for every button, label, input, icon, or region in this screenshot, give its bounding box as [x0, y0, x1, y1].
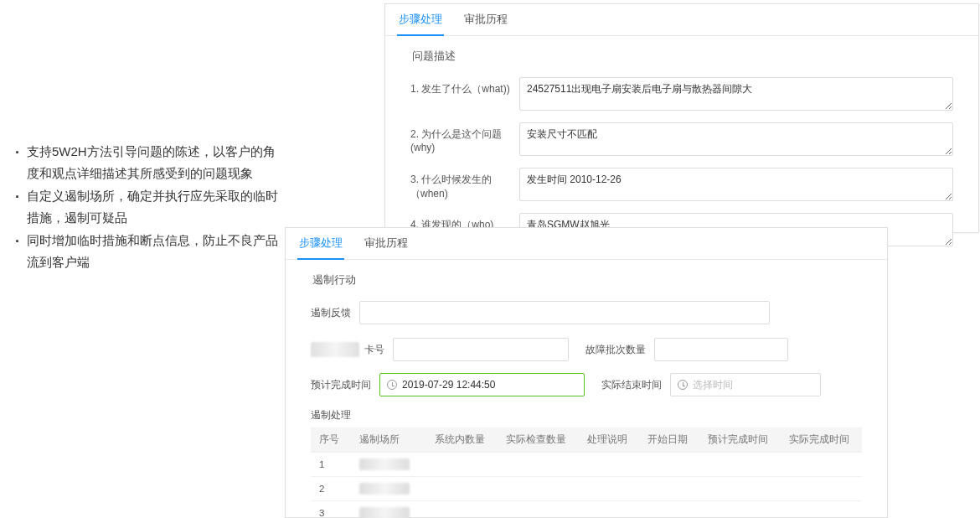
cell-no: 2	[311, 477, 351, 501]
col-real: 实际完成时间	[781, 427, 862, 453]
problem-description-panel: 步骤处理 审批历程 问题描述 1. 发生了什么（what)) 2. 为什么是这个…	[384, 3, 979, 233]
problem-desc-title: 问题描述	[412, 49, 953, 64]
what-label: 1. 发生了什么（what))	[410, 77, 519, 96]
batch-qty-label: 故障批次数量	[585, 343, 646, 357]
plan-finish-datetime[interactable]: 2019-07-29 12:44:50	[379, 373, 585, 396]
col-plan: 预计完成时间	[699, 427, 781, 453]
note-item: 自定义遏制场所，确定并执行应先采取的临时措施，遏制可疑品	[15, 185, 283, 228]
table-row[interactable]: 2	[311, 477, 862, 501]
real-finish-label: 实际结束时间	[601, 378, 662, 392]
tabs-top: 步骤处理 审批历程	[385, 4, 978, 36]
note-item: 支持5W2H方法引导问题的陈述，以客户的角度和观点详细描述其所感受到的问题现象	[15, 141, 283, 184]
feature-notes: 支持5W2H方法引导问题的陈述，以客户的角度和观点详细描述其所感受到的问题现象 …	[15, 141, 283, 274]
clock-icon	[678, 380, 688, 390]
when-input[interactable]	[519, 168, 953, 201]
when-label: 3. 什么时候发生的（when)	[410, 168, 519, 201]
containment-table: 序号 遏制场所 系统内数量 实际检查数量 处理说明 开始日期 预计完成时间 实际…	[311, 427, 862, 518]
real-finish-placeholder: 选择时间	[693, 378, 733, 392]
containment-panel: 步骤处理 审批历程 遏制行动 遏制反馈 卡号 故障批次数量 预计完成时间	[285, 227, 888, 518]
why-input[interactable]	[519, 122, 953, 156]
tab-step-process[interactable]: 步骤处理	[397, 4, 444, 36]
col-sysqty: 系统内数量	[426, 427, 498, 453]
cell-no: 3	[311, 501, 351, 519]
table-row[interactable]: 1	[311, 453, 862, 477]
what-input[interactable]	[519, 77, 953, 111]
containment-process-title: 遏制处理	[311, 408, 862, 422]
table-row[interactable]: 3	[311, 501, 862, 519]
card-no-input[interactable]	[393, 338, 569, 361]
containment-action-title: 遏制行动	[312, 273, 862, 287]
col-place: 遏制场所	[351, 427, 426, 453]
clock-icon	[387, 380, 397, 390]
containment-feedback-label: 遏制反馈	[311, 306, 351, 320]
tab-step-process-2[interactable]: 步骤处理	[297, 228, 344, 260]
tab-approval-history[interactable]: 审批历程	[462, 4, 509, 36]
col-start: 开始日期	[639, 427, 699, 453]
redacted-cell	[359, 507, 410, 518]
col-no: 序号	[311, 427, 351, 453]
real-finish-datetime[interactable]: 选择时间	[670, 373, 821, 396]
plan-finish-value: 2019-07-29 12:44:50	[402, 379, 495, 391]
card-no-label: 卡号	[364, 343, 384, 357]
tab-approval-history-2[interactable]: 审批历程	[363, 228, 410, 260]
batch-qty-input[interactable]	[654, 338, 788, 361]
note-item: 同时增加临时措施和断点信息，防止不良产品流到客户端	[15, 230, 283, 272]
redacted-label	[311, 342, 359, 357]
redacted-cell	[359, 483, 410, 495]
cell-no: 1	[311, 453, 351, 477]
why-label: 2. 为什么是这个问题(why)	[410, 122, 519, 153]
tabs-bottom: 步骤处理 审批历程	[286, 228, 887, 260]
col-desc: 处理说明	[579, 427, 639, 453]
containment-feedback-input[interactable]	[359, 301, 770, 324]
plan-finish-label: 预计完成时间	[311, 378, 371, 392]
redacted-cell	[359, 458, 410, 470]
col-checkqty: 实际检查数量	[498, 427, 579, 453]
